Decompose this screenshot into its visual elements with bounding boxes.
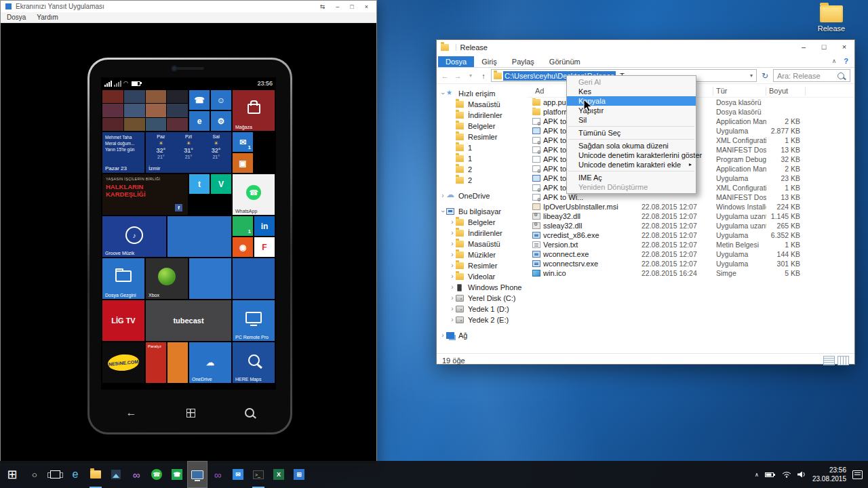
menu-item-unicode-denetim-karakteri-ekle[interactable]: Unicode denetim karakteri ekle▸ [567, 160, 696, 169]
forward-icon[interactable]: → [452, 72, 463, 80]
tray-clock[interactable]: 23:56 23.08.2015 [812, 466, 846, 483]
tile-file-explorer[interactable]: Dosya Gezgini [102, 258, 144, 299]
address-dropdown-icon[interactable]: ▾ [747, 73, 756, 79]
help-icon[interactable]: ? [844, 57, 848, 65]
tab-gorunum[interactable]: Görünüm [542, 56, 588, 67]
tab-giris[interactable]: Giriş [474, 56, 505, 67]
sidebar-item-resimler[interactable]: Resimler [437, 131, 527, 142]
tile-tubecast[interactable]: tubecast [146, 300, 231, 341]
thumbnails-view-icon[interactable] [837, 356, 849, 365]
sidebar-item-i-ndirilenler[interactable]: İndirilenler [437, 110, 527, 121]
sidebar-item-masa-st[interactable]: Masaüstü [437, 99, 527, 110]
back-button[interactable]: ← [126, 407, 137, 419]
menu-dosya[interactable]: Dosya [7, 14, 26, 21]
column-size[interactable]: Boyut [766, 87, 806, 96]
tile-people[interactable] [102, 90, 188, 131]
minimize-button[interactable]: – [336, 3, 339, 10]
column-type[interactable]: Tür [713, 87, 766, 96]
sidebar-item-belgeler[interactable]: ›Belgeler [437, 217, 527, 228]
taskbar-start[interactable]: ⊞ [0, 461, 24, 488]
taskbar-wp-app[interactable]: ⊞ [289, 461, 309, 488]
file-row[interactable]: Version.txt22.08.2015 12:07Metin Belgesi… [527, 240, 854, 249]
tile-weather[interactable]: Paz☀32°21°Pzt☀31°21°Sal☀32°21°İzmir [146, 132, 231, 173]
history-dropdown-icon[interactable]: ▾ [465, 73, 476, 79]
taskbar-excel[interactable]: X [269, 461, 289, 488]
file-row[interactable]: APK to Wi...MANIFEST Dosyası13 KB [527, 192, 854, 202]
desktop-icon-release[interactable]: Release [812, 5, 850, 33]
sidebar-item-onedrive[interactable]: ›OneDrive [437, 190, 527, 201]
menu-item-unicode-denetim-karakterlerini-g-ster[interactable]: Unicode denetim karakterlerini göster [567, 150, 696, 160]
sidebar-item-yedek-1-d[interactable]: ›Yedek 1 (D:) [437, 304, 527, 314]
refresh-icon[interactable]: ↻ [759, 71, 771, 81]
taskbar-file-explorer[interactable] [85, 461, 106, 488]
windows-button[interactable] [186, 409, 195, 418]
tab-dosya[interactable]: Dosya [438, 56, 474, 67]
sidebar-item-belgeler[interactable]: Belgeler [437, 121, 527, 131]
tile-twitter[interactable]: t [189, 174, 210, 194]
tile-ligtv[interactable]: LİG TV [102, 300, 144, 341]
tile-nesine[interactable]: NESiNE.COM [102, 342, 144, 383]
taskbar-mirror-app[interactable] [187, 461, 208, 488]
sidebar-item-2[interactable]: 2 [437, 175, 527, 186]
tile-whatsapp[interactable]: ☎WhatsApp [233, 174, 275, 215]
tile-phone[interactable]: ☎ [189, 90, 210, 110]
minimize-button[interactable]: – [793, 40, 814, 54]
taskbar-task-view[interactable] [45, 461, 65, 488]
volume-icon[interactable] [797, 468, 806, 481]
taskbar-phone-app[interactable]: ☎ [167, 461, 187, 488]
menu-item-t-m-n-se[interactable]: Tümünü Seç [567, 128, 696, 138]
menu-yardim[interactable]: Yardım [37, 14, 58, 21]
tile-orange-app[interactable]: ▣ [233, 153, 253, 173]
network-icon[interactable] [782, 468, 791, 481]
tile-store[interactable]: Mağaza [233, 90, 275, 131]
taskbar-visual-studio-2[interactable]: ∞ [208, 461, 228, 488]
tile-whatsapp-chat[interactable]: 1 [233, 216, 253, 236]
search-button[interactable] [245, 408, 254, 418]
sidebar-item-bu-bilgisayar[interactable]: ›Bu bilgisayar [437, 206, 527, 217]
sidebar-item-m-zikler[interactable]: ›Müzikler [437, 249, 527, 260]
tile-pc-remote[interactable]: PC Remote Pro [233, 300, 275, 341]
tile-ad-orange[interactable] [167, 342, 188, 383]
menu-item-ime-a[interactable]: IME Aç [567, 173, 696, 182]
taskbar-visual-studio[interactable]: ∞ [126, 461, 146, 488]
sidebar-item-resimler[interactable]: ›Resimler [437, 260, 527, 271]
taskbar-edge[interactable]: e [65, 461, 85, 488]
tile-linkedin[interactable]: in [254, 216, 275, 236]
menu-item-sil[interactable]: Sil [567, 115, 696, 125]
taskbar-mail-app[interactable]: ✉ [228, 461, 248, 488]
sidebar-item-masa-st[interactable]: ›Masaüstü [437, 239, 527, 249]
action-center-icon[interactable] [852, 470, 863, 479]
tile-music-video[interactable] [167, 216, 231, 257]
tile-settings[interactable]: ⚙ [211, 111, 231, 131]
menu-item-geri-al[interactable]: Geri Al [567, 77, 696, 87]
tile-swarm[interactable]: ◉ [233, 237, 253, 257]
taskbar-console[interactable]: >_ [248, 461, 269, 488]
swap-screen-button[interactable]: ⇆ [320, 3, 326, 10]
tile-ad-red[interactable]: Paralyz [146, 342, 166, 383]
maximize-button[interactable]: □ [350, 3, 353, 10]
maximize-button[interactable]: □ [814, 40, 834, 54]
tile-xbox[interactable]: Xbox [146, 258, 188, 299]
taskbar-cortana-search[interactable]: ○ [24, 461, 45, 488]
sidebar-item-h-zl-eri-im[interactable]: ›Hızlı erişim [437, 88, 527, 99]
sidebar-item-videolar[interactable]: ›Videolar [437, 271, 527, 282]
tile-here-maps[interactable]: HERE Maps [233, 342, 275, 383]
tray-expand-icon[interactable]: ∧ [755, 472, 759, 478]
menu-item-sa-dan-sola-okuma-d-zeni[interactable]: Sağdan sola okuma düzeni [567, 141, 696, 150]
tile-news[interactable]: YAŞASIN İŞÇİLERİN BİRLİĞİHALKLARIN KARDE… [102, 174, 188, 215]
sidebar-item-a[interactable]: ›Ağ [437, 330, 527, 341]
taskbar-whatsapp[interactable]: ☎ [146, 461, 167, 488]
tile-edge[interactable]: e [189, 111, 210, 131]
file-row[interactable]: ssleay32.dll22.08.2015 12:07Uygulama uza… [527, 221, 854, 230]
back-icon[interactable]: ← [439, 72, 450, 80]
file-row[interactable]: IpOverUsbInstaller.msi22.08.2015 12:07Wi… [527, 202, 854, 211]
sidebar-item-yedek-2-e[interactable]: ›Yedek 2 (E:) [437, 314, 527, 325]
tile-groove[interactable]: ♪Groove Müzik [102, 216, 166, 257]
file-row[interactable]: wconnect.exe22.08.2015 12:07Uygulama144 … [527, 249, 854, 259]
up-icon[interactable]: ↑ [478, 72, 489, 80]
sidebar-item-1[interactable]: 1 [437, 153, 527, 164]
tile-mail[interactable]: ✉1 [233, 132, 253, 152]
sidebar-item-1[interactable]: 1 [437, 142, 527, 153]
search-input[interactable]: Ara: Release [773, 69, 850, 82]
tile-messaging[interactable]: ☺ [211, 90, 231, 110]
